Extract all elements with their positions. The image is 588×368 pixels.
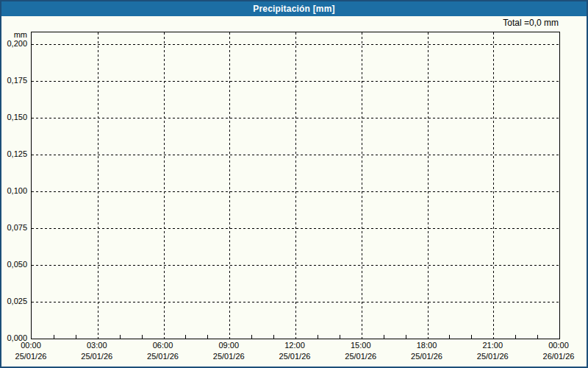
chart-window: Precipitación [mm] Total =0,0 mm mm 0,20… — [0, 0, 588, 368]
x-axis-tick-label: 03:0025/01/26 — [64, 340, 130, 362]
x-axis-tick-label: 21:0025/01/26 — [459, 340, 526, 362]
x-axis-tick-label: 18:0025/01/26 — [394, 340, 460, 362]
x-tick-date: 26/01/26 — [526, 351, 588, 362]
x-tick-time: 21:00 — [459, 340, 526, 351]
x-tick-date: 25/01/26 — [328, 351, 394, 362]
x-tick-time: 09:00 — [196, 340, 262, 351]
y-axis-tick-label: 0,125 — [1, 149, 27, 159]
y-axis-tick-label: 0,100 — [1, 185, 27, 196]
plot-grid-svg — [32, 32, 559, 339]
x-axis-tick-label: 06:0025/01/26 — [130, 340, 196, 362]
x-tick-time: 06:00 — [130, 340, 196, 351]
y-axis-tick-label: 0,050 — [1, 259, 27, 269]
x-axis-tick-label: 12:0025/01/26 — [262, 340, 328, 362]
x-axis-tick-label: 00:0025/01/26 — [0, 340, 64, 362]
y-axis-tick-label: 0,150 — [1, 112, 27, 122]
chart-title-bar: Precipitación [mm] — [1, 1, 587, 16]
y-axis-tick-label: 0,075 — [1, 222, 27, 233]
x-tick-time: 00:00 — [0, 340, 64, 351]
x-tick-time: 18:00 — [394, 340, 460, 351]
x-tick-date: 25/01/26 — [262, 351, 328, 362]
chart-title: Precipitación [mm] — [253, 4, 335, 14]
y-axis-tick-label: 0,025 — [1, 296, 27, 306]
x-tick-time: 12:00 — [262, 340, 328, 351]
total-annotation: Total =0,0 mm — [1, 18, 559, 28]
x-tick-date: 25/01/26 — [0, 351, 64, 362]
x-tick-date: 25/01/26 — [459, 351, 526, 362]
plot-area — [31, 32, 560, 339]
x-tick-time: 03:00 — [64, 340, 130, 351]
x-axis-tick-label: 09:0025/01/26 — [196, 340, 262, 362]
x-tick-time: 15:00 — [328, 340, 394, 351]
y-axis-tick-label: 0,200 — [1, 38, 27, 49]
y-axis-tick-label: 0,175 — [1, 75, 27, 85]
x-tick-date: 25/01/26 — [130, 351, 196, 362]
x-tick-date: 25/01/26 — [394, 351, 460, 362]
x-tick-date: 25/01/26 — [196, 351, 262, 362]
x-axis-tick-label: 15:0025/01/26 — [328, 340, 394, 362]
x-tick-time: 00:00 — [526, 340, 588, 351]
x-tick-date: 25/01/26 — [64, 351, 130, 362]
x-axis-tick-label: 00:0026/01/26 — [526, 340, 588, 362]
